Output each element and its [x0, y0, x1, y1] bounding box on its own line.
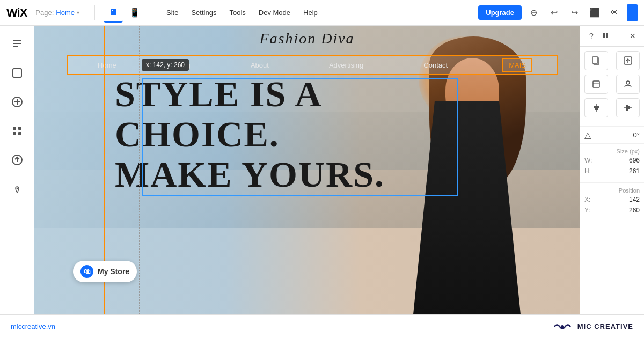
my-store-label: My Store [98, 267, 129, 276]
align-v-button[interactable] [584, 98, 608, 117]
help-nav-item[interactable]: Help [297, 5, 324, 20]
text-selection-box[interactable] [142, 78, 458, 196]
svg-rect-2 [13, 46, 18, 47]
bottom-right: MIC CREATIVE [552, 321, 633, 333]
divider [94, 5, 95, 20]
mic-creative-label: MIC CREATIVE [577, 322, 633, 330]
svg-rect-14 [603, 33, 605, 35]
add-icon [11, 96, 23, 108]
preview-button[interactable]: 👁 [606, 4, 624, 21]
upload-button[interactable] [5, 148, 29, 172]
svg-rect-26 [594, 106, 599, 108]
main-area: Fashion Diva Home Blog About Advertising… [0, 26, 644, 314]
canvas-nav: Home Blog About Advertising Contact MAIS [67, 55, 558, 75]
save-button[interactable]: ⬛ [586, 4, 603, 21]
page-selector[interactable]: Page: Home ▾ [35, 9, 79, 17]
height-value[interactable]: 261 [629, 167, 640, 175]
rp-position-section: Position X: 142 Y: 260 [580, 183, 644, 222]
copy-button[interactable] [584, 51, 608, 70]
help-icon[interactable]: ? [586, 30, 597, 42]
dev-mode-nav-item[interactable]: Dev Mode [252, 5, 297, 20]
width-row: W: 696 [584, 157, 640, 164]
my-store-button[interactable]: 🛍 My Store [73, 261, 137, 282]
rp-icon-row-3 [584, 98, 640, 117]
mobile-view-button[interactable]: 📱 [125, 3, 144, 23]
rp-icon-row-2 [584, 75, 640, 94]
svg-rect-15 [606, 33, 608, 35]
right-panel-header: ? ✕ [580, 26, 644, 47]
toolbar-right: Upgrade ⊖ ↩ ↪ ⬛ 👁 [478, 4, 638, 21]
y-value[interactable]: 260 [629, 207, 640, 214]
rp-size-section: Size (px) W: 696 H: 261 [580, 144, 644, 183]
grid-icon[interactable] [601, 30, 612, 42]
toolbar: WiX Page: Home ▾ 🖥 📱 Site Settings Tools… [0, 0, 644, 26]
nav-about[interactable]: About [245, 59, 274, 71]
tools-nav-item[interactable]: Tools [223, 5, 252, 20]
svg-rect-22 [593, 81, 599, 87]
website-url[interactable]: miccreative.vn [11, 322, 55, 330]
layers-icon [591, 79, 601, 89]
svg-rect-27 [595, 108, 598, 110]
chevron-down-icon: ▾ [77, 10, 79, 16]
svg-rect-1 [13, 43, 21, 44]
height-label: H: [584, 167, 591, 175]
design-icon [11, 67, 23, 79]
publish-button[interactable] [627, 4, 638, 21]
close-panel-button[interactable]: ✕ [627, 30, 639, 42]
nav-advertising[interactable]: Advertising [324, 59, 369, 71]
upload-icon [11, 154, 23, 166]
rp-actions-section [580, 47, 644, 127]
x-value[interactable]: 142 [629, 196, 640, 203]
redo-button[interactable]: ↪ [566, 4, 583, 21]
upgrade-button[interactable]: Upgrade [478, 5, 522, 20]
nav-home[interactable]: Home [92, 59, 122, 71]
settings-nav-item[interactable]: Settings [185, 5, 223, 20]
width-value[interactable]: 696 [629, 157, 640, 164]
apps-button[interactable] [5, 119, 29, 143]
angle-icon: △ [584, 130, 591, 140]
site-nav-item[interactable]: Site [160, 5, 185, 20]
my-store-icon: 🛍 [80, 265, 93, 278]
svg-rect-17 [606, 35, 608, 38]
zoom-out-button[interactable]: ⊖ [525, 4, 542, 21]
undo-button[interactable]: ↩ [545, 4, 562, 21]
pages-icon [11, 38, 23, 50]
svg-rect-30 [628, 106, 630, 109]
svg-rect-19 [592, 57, 598, 63]
y-row: Y: 260 [584, 207, 640, 214]
rp-angle-row: △ 0° [580, 127, 644, 144]
canvas-area[interactable]: Fashion Diva Home Blog About Advertising… [34, 26, 580, 314]
design-button[interactable] [5, 61, 29, 85]
align-h-button[interactable] [616, 98, 640, 117]
desktop-view-button[interactable]: 🖥 [104, 3, 123, 23]
coordinates-tooltip: x: 142, y: 260 [142, 59, 189, 71]
svg-rect-7 [13, 127, 16, 130]
align-v-icon [591, 103, 601, 113]
page-label: Page: [35, 9, 54, 17]
mic-creative-icon [552, 321, 573, 333]
publish-button[interactable] [616, 51, 640, 70]
left-sidebar [0, 26, 34, 314]
add-elements-button[interactable] [5, 90, 29, 114]
apps-icon [11, 125, 23, 137]
view-mode-group: 🖥 📱 [104, 3, 144, 23]
nav-mais[interactable]: MAIS [502, 58, 532, 72]
svg-rect-3 [13, 69, 21, 77]
pages-button[interactable] [5, 32, 29, 56]
align-h-icon [623, 103, 633, 113]
svg-rect-10 [18, 132, 21, 135]
right-panel-header-icons: ? [586, 30, 612, 42]
y-label: Y: [584, 207, 590, 214]
person-button[interactable] [616, 75, 640, 94]
x-row: X: 142 [584, 196, 640, 203]
blog-button[interactable] [5, 177, 29, 201]
width-label: W: [584, 157, 592, 164]
site-header: Fashion Diva [34, 30, 580, 47]
size-label: Size (px) [584, 148, 640, 155]
svg-point-24 [626, 81, 630, 84]
wix-logo: WiX [6, 6, 27, 20]
nav-contact[interactable]: Contact [418, 59, 453, 71]
duplicate-layer-button[interactable] [584, 75, 608, 94]
angle-value: 0° [633, 131, 640, 139]
svg-rect-9 [13, 132, 16, 135]
